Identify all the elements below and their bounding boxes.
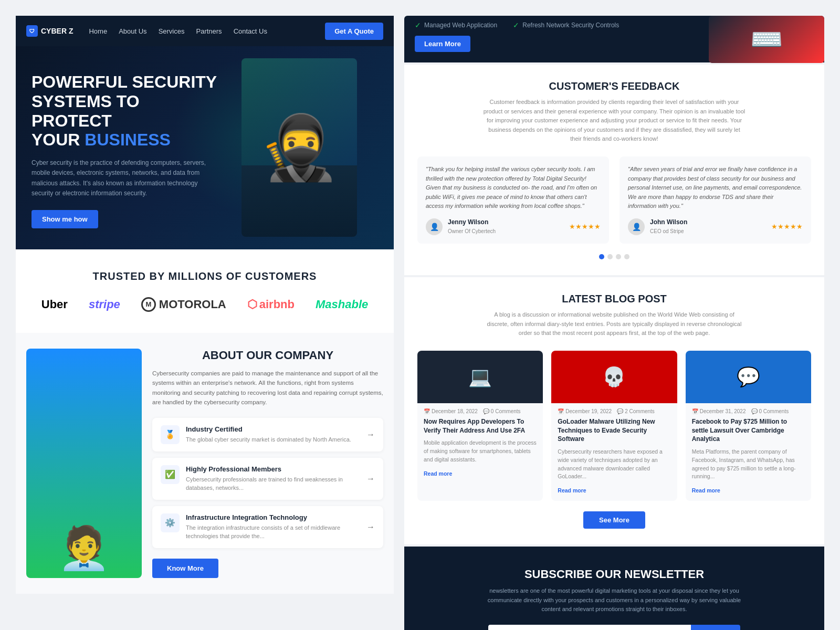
dot-2[interactable] [607, 254, 613, 259]
feedback-card-1: "Thank you for helping install the vario… [417, 156, 609, 244]
dot-4[interactable] [624, 254, 629, 259]
blog-icon-2: 💀 [602, 366, 626, 388]
newsletter-desc: newsletters are one of the most powerful… [483, 586, 746, 614]
blog-comments-2: 💬 2 Comments [617, 408, 655, 414]
reviewer-name-1: Jenny Wilson [448, 218, 496, 226]
service-label-1: Managed Web Application [424, 22, 497, 29]
blog-grid: 💻 📅 December 18, 2022 💬 0 Comments Now R… [417, 351, 811, 501]
feedback-title: CUSTOMER'S FEEDBACK [417, 80, 811, 92]
feature-arrow-2[interactable]: → [366, 474, 375, 484]
newsletter-title: SUBSCRIBE OUR NEWSLETTER [417, 568, 811, 581]
about-company-image: 🧑‍💼 [26, 349, 142, 578]
feedback-desc: Customer feedback is information provide… [483, 98, 746, 144]
hero-description: Cyber security is the practice of defend… [32, 158, 220, 198]
avatar-2: 👤 [628, 218, 645, 235]
check-icon-2: ✓ [513, 21, 519, 29]
brand-stripe: stripe [89, 298, 120, 311]
brand-logos: Uber stripe M MOTOROLA ⬡airbnb Mashable [26, 297, 383, 312]
person-icon: 🧑‍💼 [58, 523, 110, 578]
blog-content-1: Now Requires App Developers To Verify Th… [417, 417, 543, 484]
about-description: Cybersecurity companies are paid to mana… [152, 369, 383, 407]
feature-desc-1: The global cyber security market is domi… [186, 435, 351, 444]
feature-industry-certified: 🏅 Industry Certified The global cyber se… [152, 418, 383, 452]
hacker-illustration: 🥷 [242, 58, 357, 237]
service-check-1: ✓ Managed Web Application [415, 21, 497, 29]
blog-content-2: GoLoader Malware Utilizing New Technique… [551, 417, 677, 501]
trusted-section: TRUSTED BY MILLIONS OF CUSTOMERS Uber st… [16, 249, 394, 333]
trusted-title: TRUSTED BY MILLIONS OF CUSTOMERS [26, 270, 383, 282]
reviewer-1: 👤 Jenny Wilson Owner Of Cybertech ★★★★★ [426, 218, 601, 235]
avatar-1: 👤 [426, 218, 443, 235]
get-quote-button[interactable]: Get A Quote [325, 23, 383, 40]
email-input[interactable] [488, 625, 691, 630]
hero-section: POWERFUL SECURITY SYSTEMS TO PROTECT YOU… [16, 46, 394, 249]
hero-content: POWERFUL SECURITY SYSTEMS TO PROTECT YOU… [32, 72, 220, 228]
dot-3[interactable] [616, 254, 621, 259]
know-more-button[interactable]: Know More [152, 559, 218, 578]
blog-date-1: 📅 December 18, 2022 [424, 408, 478, 414]
motorola-symbol: M [141, 297, 156, 312]
about-title: ABOUT OUR COMPANY [152, 349, 383, 362]
services-image: ⌨️ [709, 16, 824, 63]
reviewer-info-2: John Wilson CEO od Stripe [650, 218, 687, 235]
service-check-2: ✓ Refresh Network Security Controls [513, 21, 619, 29]
read-more-3[interactable]: Read more [692, 487, 720, 494]
see-more-button[interactable]: See More [583, 511, 645, 529]
nav-home[interactable]: Home [89, 27, 107, 35]
feature-arrow-3[interactable]: → [366, 522, 375, 532]
blog-card-2: 💀 📅 December 19, 2022 💬 2 Comments GoLoa… [551, 351, 677, 501]
blog-image-3: 💬 [686, 351, 811, 403]
newsletter-section: SUBSCRIBE OUR NEWSLETTER newsletters are… [404, 547, 824, 630]
show-me-how-button[interactable]: Show me how [32, 210, 98, 228]
feature-title-3: Infrastructure Integration Technology [186, 513, 360, 521]
blog-card-desc-1: Mobile application development is the pr… [424, 439, 537, 464]
read-more-2[interactable]: Read more [558, 487, 586, 494]
learn-more-button[interactable]: Learn More [415, 36, 470, 52]
reviewer-role-2: CEO od Stripe [650, 228, 684, 234]
blog-section: LATEST BLOG POST A blog is a discussion … [404, 277, 824, 544]
services-bar: ✓ Managed Web Application ✓ Refresh Netw… [404, 16, 824, 62]
nav-about[interactable]: About Us [119, 27, 146, 35]
blog-icon-3: 💬 [737, 366, 760, 388]
feedback-card-2: "After seven years of trial and error we… [620, 156, 811, 244]
service-label-2: Refresh Network Security Controls [522, 22, 619, 29]
blog-date-3: 📅 December 31, 2022 [692, 408, 746, 414]
blog-image-1: 💻 [417, 351, 543, 403]
hero-title: POWERFUL SECURITY SYSTEMS TO PROTECT YOU… [32, 72, 220, 150]
read-more-1[interactable]: Read more [424, 470, 452, 477]
newsletter-form: Subscribe [488, 625, 740, 630]
blog-title: LATEST BLOG POST [417, 293, 811, 305]
stars-1: ★★★★★ [569, 223, 601, 230]
blog-meta-1: 📅 December 18, 2022 💬 0 Comments [417, 403, 543, 417]
professional-icon: ✅ [161, 465, 180, 484]
blog-image-2: 💀 [551, 351, 677, 403]
brand-airbnb: ⬡airbnb [247, 298, 295, 311]
logo-text: CYBER Z [41, 27, 73, 35]
reviewer-2: 👤 John Wilson CEO od Stripe ★★★★★ [628, 218, 803, 235]
subscribe-button[interactable]: Subscribe [691, 625, 740, 630]
dot-1[interactable] [599, 254, 604, 259]
blog-meta-3: 📅 December 31, 2022 💬 0 Comments [686, 403, 811, 417]
blog-card-title-1: Now Requires App Developers To Verify Th… [424, 417, 537, 435]
reviewer-name-2: John Wilson [650, 218, 687, 226]
feedback-section: CUSTOMER'S FEEDBACK Customer feedback is… [404, 65, 824, 275]
blog-meta-2: 📅 December 19, 2022 💬 2 Comments [551, 403, 677, 417]
reviewer-info-1: Jenny Wilson Owner Of Cybertech [448, 218, 496, 235]
review-text-2: "After seven years of trial and error we… [628, 165, 803, 211]
about-content: ABOUT OUR COMPANY Cybersecurity companie… [152, 349, 383, 578]
carousel-dots [417, 254, 811, 259]
right-panel: ✓ Managed Web Application ✓ Refresh Netw… [404, 16, 824, 630]
feature-title-2: Highly Professional Members [186, 465, 360, 473]
nav-services[interactable]: Services [159, 27, 185, 35]
nav-partners[interactable]: Partners [196, 27, 222, 35]
blog-comments-3: 💬 0 Comments [751, 408, 789, 414]
feature-arrow-1[interactable]: → [366, 430, 375, 439]
check-icon-1: ✓ [415, 21, 421, 29]
left-panel: 🛡 CYBER Z Home About Us Services Partner… [16, 16, 394, 594]
nav-contact[interactable]: Contact Us [234, 27, 267, 35]
blog-content-3: Facebook to Pay $725 Million to settle L… [686, 417, 811, 501]
blog-card-3: 💬 📅 December 31, 2022 💬 0 Comments Faceb… [686, 351, 811, 501]
navbar: 🛡 CYBER Z Home About Us Services Partner… [16, 16, 394, 46]
blog-comments-1: 💬 0 Comments [483, 408, 521, 414]
feature-text-2: Highly Professional Members Cybersecurit… [186, 465, 360, 492]
